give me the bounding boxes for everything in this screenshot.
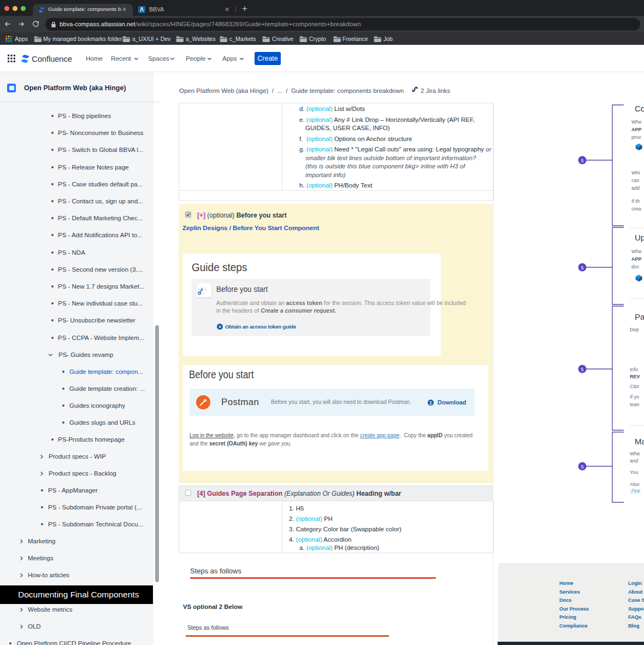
svg-text:5: 5 — [581, 158, 583, 163]
svg-text:5: 5 — [581, 265, 583, 271]
svg-text:5: 5 — [581, 464, 583, 470]
svg-text:5: 5 — [581, 367, 583, 372]
